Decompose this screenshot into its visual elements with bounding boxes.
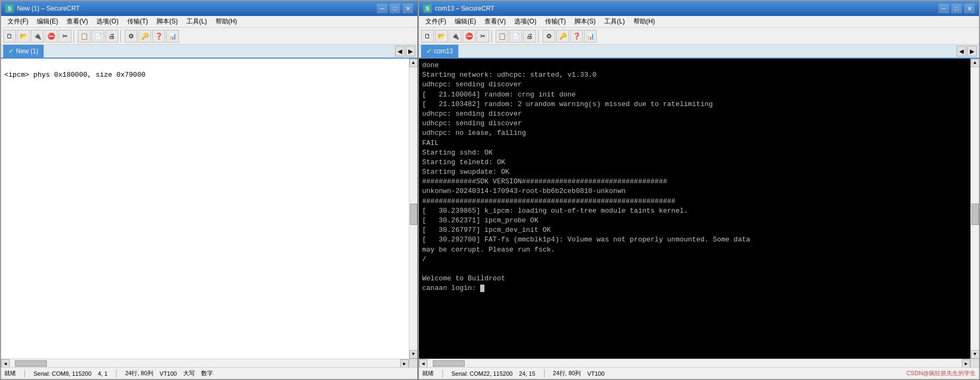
- toolbar-left: 🗋 📂 🔌 ⛔ ✂ 📋 📄 🖨 ⚙ 🔑 ❓ 📊: [1, 28, 417, 45]
- menu-file-right[interactable]: 文件(F): [421, 16, 450, 27]
- hscroll-corner-left: [409, 359, 417, 367]
- tb-connect-left[interactable]: 🔌: [31, 30, 44, 43]
- scroll-up-right[interactable]: ▲: [971, 59, 979, 67]
- status-div2-right: [544, 370, 545, 377]
- tab-prev-left[interactable]: ◀: [395, 46, 405, 56]
- status-ready-right: 就绪: [422, 369, 434, 377]
- tb-cut-left[interactable]: ✂: [59, 30, 71, 43]
- menu-transfer-left[interactable]: 传输(T): [123, 16, 152, 27]
- status-ready-left: 就绪: [4, 369, 16, 377]
- tb-paste-left[interactable]: 📄: [92, 30, 104, 43]
- tb-paste-right[interactable]: 📄: [509, 30, 522, 43]
- tab-com13[interactable]: ✔ com13: [421, 45, 458, 58]
- tab-nav-right: ◀ ▶: [957, 46, 977, 56]
- status-case-left: 大写: [183, 369, 195, 377]
- hscroll-area-left: ◀ ▶: [1, 359, 417, 367]
- status-rows-right: 24行, 80列: [553, 369, 581, 377]
- status-div2-left: [116, 370, 117, 377]
- toolbar-right: 🗋 📂 🔌 ⛔ ✂ 📋 📄 🖨 ⚙ 🔑 ❓ 📊: [419, 28, 979, 45]
- menu-view-right[interactable]: 查看(V): [480, 16, 510, 27]
- hscroll-track-right: [427, 359, 962, 367]
- watermark: CSDN@疯狂抓先生的学生: [907, 369, 976, 377]
- menu-help-left[interactable]: 帮助(H): [211, 16, 242, 27]
- menu-tools-right[interactable]: 工具(L): [600, 16, 629, 27]
- status-term-right: VT100: [587, 370, 604, 377]
- hscroll-left-left[interactable]: ◀: [1, 359, 10, 368]
- tb-open-right[interactable]: 📂: [435, 30, 448, 43]
- tb-connect-right[interactable]: 🔌: [449, 30, 462, 43]
- hscroll-right-left[interactable]: ▶: [400, 359, 409, 368]
- scroll-down-left[interactable]: ▼: [409, 350, 418, 359]
- tb-options-left[interactable]: ⚙: [125, 30, 137, 43]
- menu-options-left[interactable]: 选项(O): [92, 16, 122, 27]
- tb-monitor-right[interactable]: 📊: [584, 30, 597, 43]
- menu-tools-left[interactable]: 工具(L): [182, 16, 211, 27]
- menu-bar-left: 文件(F) 编辑(E) 查看(V) 选项(O) 传输(T) 脚本(S) 工具(L…: [1, 16, 417, 28]
- minimize-button-left[interactable]: ─: [377, 4, 388, 13]
- terminal-wrapper-right: done Starting network: udhcpc: started, …: [419, 59, 979, 359]
- tb-help-right[interactable]: ❓: [570, 30, 583, 43]
- tab-next-left[interactable]: ▶: [406, 46, 415, 56]
- menu-file-left[interactable]: 文件(F): [3, 16, 32, 27]
- app-icon-left: S: [5, 4, 14, 13]
- terminal-area-left[interactable]: <ipcm> phys 0x180000, size 0x79000: [1, 59, 409, 359]
- tab-check-left: ✔: [9, 47, 14, 55]
- menu-view-left[interactable]: 查看(V): [62, 16, 92, 27]
- tab-next-right[interactable]: ▶: [967, 46, 977, 56]
- menu-edit-left[interactable]: 编辑(E): [32, 16, 62, 27]
- scroll-thumb-left[interactable]: [410, 204, 417, 225]
- hscroll-thumb-right[interactable]: [433, 360, 465, 367]
- tab-check-right: ✔: [426, 47, 432, 55]
- tb-key-right[interactable]: 🔑: [556, 30, 569, 43]
- menu-bar-right: 文件(F) 编辑(E) 查看(V) 选项(O) 传输(T) 脚本(S) 工具(L…: [419, 16, 979, 28]
- tb-disconnect-left[interactable]: ⛔: [45, 30, 57, 43]
- maximize-button-left[interactable]: □: [390, 4, 400, 13]
- scrollbar-v-left: ▲ ▼: [409, 59, 417, 359]
- tb-sep1-right: [491, 30, 493, 43]
- scroll-thumb-right[interactable]: [971, 204, 979, 225]
- menu-transfer-right[interactable]: 传输(T): [541, 16, 570, 27]
- tb-copy-left[interactable]: 📋: [78, 30, 90, 43]
- scroll-up-left[interactable]: ▲: [409, 59, 418, 67]
- tb-monitor-left[interactable]: 📊: [166, 30, 179, 43]
- tb-sep2-left: [120, 30, 122, 43]
- tb-copy-right[interactable]: 📋: [496, 30, 508, 43]
- hscroll-right-right[interactable]: ▶: [962, 359, 970, 368]
- close-button-right[interactable]: ✕: [964, 4, 975, 13]
- title-bar-right: S com13 – SecureCRT ─ □ ✕: [419, 1, 979, 16]
- window-title-left: New (1) – SecureCRT: [17, 5, 80, 12]
- menu-options-right[interactable]: 选项(O): [510, 16, 540, 27]
- menu-script-left[interactable]: 脚本(S): [152, 16, 182, 27]
- terminal-area-right[interactable]: done Starting network: udhcpc: started, …: [419, 59, 970, 359]
- status-term-left: VT100: [160, 370, 177, 377]
- tb-options-right[interactable]: ⚙: [542, 30, 555, 43]
- maximize-button-right[interactable]: □: [951, 4, 962, 13]
- scroll-down-right[interactable]: ▼: [971, 350, 979, 359]
- tb-open-left[interactable]: 📂: [17, 30, 30, 43]
- hscroll-left-right[interactable]: ◀: [419, 359, 427, 368]
- tb-new-left[interactable]: 🗋: [3, 30, 16, 43]
- tb-cut-right[interactable]: ✂: [476, 30, 489, 43]
- close-button-left[interactable]: ✕: [402, 4, 413, 13]
- tb-help-left[interactable]: ❓: [152, 30, 165, 43]
- tb-key-left[interactable]: 🔑: [138, 30, 151, 43]
- status-bar-left: 就绪 Serial: COM8, 115200 4, 1 24行, 80列 VT…: [1, 367, 417, 379]
- tb-disconnect-right[interactable]: ⛔: [463, 30, 475, 43]
- menu-help-right[interactable]: 帮助(H): [629, 16, 660, 27]
- status-div1-left: [24, 370, 25, 377]
- status-num-left: 数字: [201, 369, 213, 377]
- tab-new1[interactable]: ✔ New (1): [3, 45, 44, 58]
- hscroll-thumb-left[interactable]: [15, 360, 47, 367]
- minimize-button-right[interactable]: ─: [938, 4, 949, 13]
- menu-edit-right[interactable]: 编辑(E): [450, 16, 480, 27]
- tb-print-left[interactable]: 🖨: [105, 30, 118, 43]
- tb-print-right[interactable]: 🖨: [523, 30, 536, 43]
- tab-bar-left: ✔ New (1) ◀ ▶: [1, 45, 417, 59]
- status-div1-right: [442, 370, 443, 377]
- tab-prev-right[interactable]: ◀: [957, 46, 966, 56]
- menu-script-right[interactable]: 脚本(S): [570, 16, 600, 27]
- tab-label-right: com13: [434, 47, 453, 55]
- hscroll-area-right: ◀ ▶: [419, 359, 979, 367]
- tb-new-right[interactable]: 🗋: [421, 30, 434, 43]
- title-bar-left: S New (1) – SecureCRT ─ □ ✕: [1, 1, 417, 16]
